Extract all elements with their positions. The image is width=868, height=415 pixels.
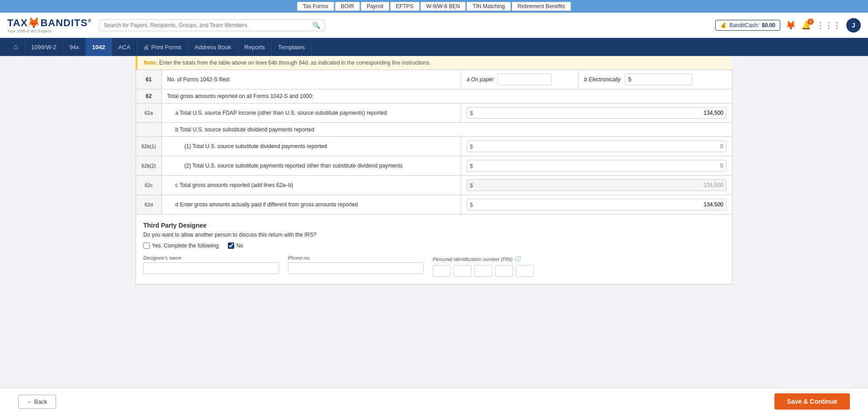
pin-field-2[interactable] [453,265,472,277]
search-input[interactable] [104,22,312,28]
line-62b1-label: (1) Total U.S. source substitute dividen… [161,137,461,156]
line-62b2-label: (2) Total U.S. source substitute payment… [161,156,461,176]
third-party-designee-section: Third Party Designee Do you want to allo… [136,214,732,284]
topnav-eftps[interactable]: EFTPS [390,2,420,11]
third-party-yes-checkbox[interactable] [143,242,150,249]
nav-1042[interactable]: 1042 [86,38,112,56]
pin-info-icon[interactable]: ⓘ [514,255,520,263]
phone-no-input[interactable] [288,262,424,274]
print-icon: 🖨 [143,44,149,51]
search-bar[interactable]: 🔍 [99,19,325,31]
line-62b-label: b Total U.S. source substitute dividend … [161,123,732,137]
note-text: Enter the totals from the table above on… [159,60,431,66]
notifications-btn[interactable]: 🔔 0 [801,20,811,30]
form-table: 61 No. of Forms 1042-S filed: a On paper… [136,70,732,214]
nav-94x[interactable]: 94x [63,38,86,56]
third-party-yes-label[interactable]: Yes. Complete the following [143,242,219,249]
line-62a-dollar-wrapper: $ [467,107,726,119]
nav-print-forms[interactable]: 🖨 Print Forms [137,38,188,56]
line-62a-input-cell: $ [461,103,732,123]
logo-text: TAX🦊BANDITS® [7,17,92,29]
nav-templates[interactable]: Templates [272,38,311,56]
third-party-no-text: No [236,242,243,249]
line-62b1-input-cell: $ [461,137,732,156]
line-62a-label: a Total U.S. source FDAP income (other t… [161,103,461,123]
note-banner: Note: Enter the totals from the table ab… [136,56,732,70]
line-62c-label: c Total gross amounts reported (add line… [161,176,461,195]
topnav-w9-w8-ben[interactable]: W-9/W-8 BEN [420,2,466,11]
header: TAX🦊BANDITS® Your 1099 & W2 Experts 🔍 💰 … [0,13,868,38]
topnav-payroll[interactable]: Payroll [361,2,389,11]
third-party-no-checkbox[interactable] [228,242,234,249]
nav-aca[interactable]: ACA [112,38,137,56]
phone-no-group: Phone no. [288,255,424,274]
nav-1099-w2[interactable]: 1099/W-2 [25,38,63,56]
search-icon: 🔍 [312,22,320,29]
nav-address-book[interactable]: Address Book [189,38,238,56]
bandit-cash-label: BanditCash: [730,22,759,28]
pin-field-5[interactable] [516,265,534,277]
dollar-sign-62d: $ [470,201,473,208]
third-party-no-label[interactable]: No [228,242,243,249]
topnav-boir[interactable]: BOIR [335,2,360,11]
nav-print-forms-label: Print Forms [151,44,181,51]
header-actions: 💰 BanditCash: $0.00 🦊 🔔 0 ⋮⋮⋮ J [715,18,861,33]
line-62-num: 62 [136,89,162,103]
line-62c-input-cell: $ [461,176,732,195]
line-61-electronically-label: b Electronically [584,76,621,83]
line-62a-num: 62a [136,103,162,123]
line-61-on-paper-input[interactable] [497,74,552,85]
pin-field-1[interactable] [433,265,451,277]
line-61-electronically-cell: b Electronically [579,70,732,89]
logo: TAX🦊BANDITS® Your 1099 & W2 Experts [7,17,92,33]
line-62b1-input[interactable] [475,141,723,152]
line-62b1-dollar-wrapper: $ [467,140,726,152]
line-62b2-input[interactable] [475,160,723,171]
form-row-62: 62 Total gross amounts reported on all F… [136,89,732,103]
phone-no-label: Phone no. [288,255,424,261]
top-navigation: Tax Forms BOIR Payroll EFTPS W-9/W-8 BEN… [0,0,868,13]
dollar-sign-62b2: $ [470,163,473,169]
form-row-62d: 62d d Enter gross amounts actually paid … [136,195,732,214]
third-party-subtitle: Do you want to allow another person to d… [143,232,725,238]
avatar[interactable]: J [846,18,861,33]
line-62d-input[interactable] [475,199,723,210]
line-61-electronically-input[interactable] [624,74,692,85]
main-content: Note: Enter the totals from the table ab… [127,56,741,294]
line-62d-num: 62d [136,195,162,214]
form-row-62c: 62c c Total gross amounts reported (add … [136,176,732,195]
line-62a-input[interactable] [475,107,723,118]
bandit-cash-amount: $0.00 [762,22,775,28]
third-party-title: Third Party Designee [143,222,725,229]
form-row-61: 61 No. of Forms 1042-S filed: a On paper… [136,70,732,89]
mascot-icon-btn[interactable]: 🦊 [786,20,796,30]
designee-name-input[interactable] [143,262,279,274]
topnav-tin-matching[interactable]: TIN Matching [467,2,510,11]
topnav-retirement-benefits[interactable]: Retirement Benefits [512,2,571,11]
dollar-sign-62a: $ [470,110,473,117]
line-61-on-paper-cell: a On paper [461,70,579,89]
pin-field-3[interactable] [474,265,492,277]
pin-label-text: Personal identification number (PIN) [433,256,513,262]
line-62-label: Total gross amounts reported on all Form… [161,89,732,103]
third-party-checkbox-row: Yes. Complete the following No [143,242,725,249]
note-prefix: Note: [144,60,158,66]
form-row-62b1: 62b(1) (1) Total U.S. source substitute … [136,137,732,156]
line-61-label: No. of Forms 1042-S filed: [161,70,461,89]
line-62b2-num: 62b(2) [136,156,162,176]
line-61-num: 61 [136,70,162,89]
bandit-cash-widget[interactable]: 💰 BanditCash: $0.00 [715,20,780,31]
line-62b2-dollar-wrapper: $ [467,160,726,172]
form-row-62b: b Total U.S. source substitute dividend … [136,123,732,137]
nav-reports[interactable]: Reports [238,38,272,56]
pin-field-4[interactable] [495,265,513,277]
apps-btn[interactable]: ⋮⋮⋮ [816,20,841,30]
notification-badge: 0 [807,19,814,25]
line-62c-input [475,180,723,191]
pin-group: Personal identification number (PIN) ⓘ [433,255,534,277]
nav-home[interactable]: ⌂ [7,38,25,56]
topnav-tax-forms[interactable]: Tax Forms [297,2,334,11]
line-62d-dollar-wrapper: $ [467,199,726,210]
bandit-cash-icon: 💰 [720,22,727,28]
line-62c-dollar-wrapper: $ [467,179,726,191]
